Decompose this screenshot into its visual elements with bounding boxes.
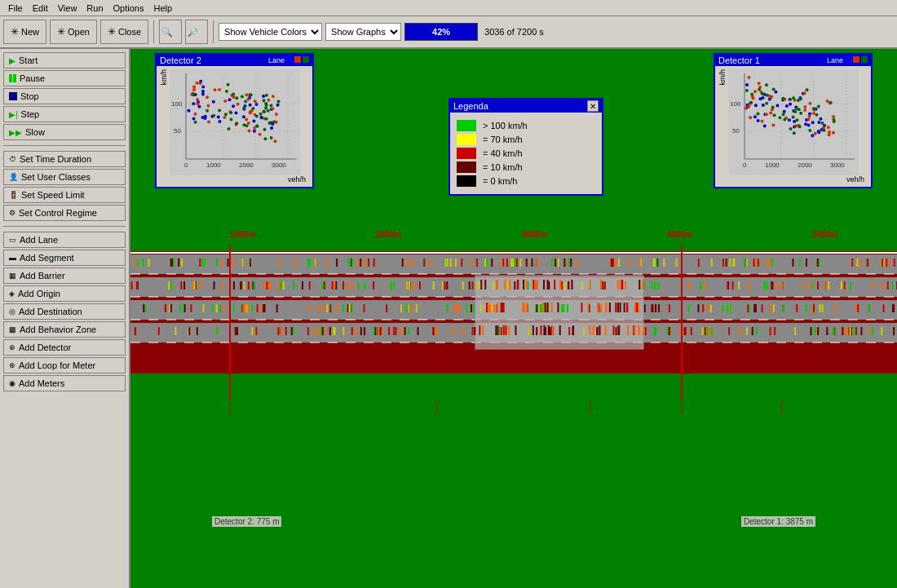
- add-detector-button[interactable]: ⊕ Add Detector: [3, 339, 126, 356]
- add-lane-label: Add Lane: [20, 235, 58, 245]
- lane3-dot: [303, 56, 309, 63]
- speed-icon: 🚦: [9, 191, 18, 199]
- d1-lane2-dot: [853, 56, 859, 63]
- step-button[interactable]: ▶| Step: [3, 106, 126, 122]
- detector1-graph: Detector 1 Lane km/h veh/h: [714, 53, 873, 188]
- menubar: File Edit View Run Options Help: [0, 0, 897, 16]
- legend-label-3: = 40 km/h: [483, 148, 523, 158]
- legend-title: Legenda ✕: [450, 99, 602, 113]
- detector2-x-label: veh/h: [160, 175, 309, 183]
- set-speed-limit-button[interactable]: 🚦 Set Speed Limit: [3, 187, 126, 203]
- legend-color-2: [457, 134, 476, 145]
- start-label: Start: [19, 55, 38, 65]
- detector2-canvas: [170, 69, 300, 175]
- add-behavior-icon: ▩: [9, 325, 16, 334]
- menu-help[interactable]: Help: [148, 2, 177, 15]
- pause-label: Pause: [20, 73, 45, 83]
- detector1-x-label: veh/h: [718, 175, 868, 183]
- divider-1: [3, 145, 126, 146]
- progress-pct: 42%: [432, 27, 450, 37]
- add-meters-label: Add Meters: [19, 378, 64, 388]
- add-lane-button[interactable]: ▭ Add Lane: [3, 232, 126, 248]
- show-vehicle-colors-select[interactable]: Show Vehicle Colors: [219, 23, 322, 41]
- separator-2: [213, 20, 214, 43]
- lane-indicator: Lane: [268, 56, 309, 64]
- menu-run[interactable]: Run: [82, 2, 108, 15]
- add-loop-icon: ⊗: [9, 361, 15, 369]
- start-icon: ▶: [9, 56, 15, 65]
- lane-label: Lane: [268, 56, 285, 64]
- detector2-y-label: km/h: [160, 69, 168, 86]
- control-icon: ⚙: [9, 209, 15, 217]
- close-icon: ✳: [108, 26, 116, 38]
- legend-title-text: Legenda: [453, 101, 488, 111]
- detector1-canvas: [728, 69, 859, 175]
- legend-row-1: > 100 km/h: [457, 120, 595, 131]
- dist-1000: 1000m: [230, 230, 255, 239]
- detector1-y-label: km/h: [718, 69, 727, 86]
- simulation-area: Detector 2 Lane km/h veh/h Detector 1: [130, 49, 897, 588]
- set-control-label: Set Control Regime: [19, 208, 97, 218]
- menu-view[interactable]: View: [53, 2, 82, 15]
- new-icon: ✳: [11, 26, 19, 38]
- detector2-position-label: Detector 2: 775 m: [212, 516, 281, 527]
- lane1-dot: [286, 56, 293, 63]
- add-loop-label: Add Loop for Meter: [19, 360, 95, 370]
- add-segment-button[interactable]: ▬ Add Segment: [3, 250, 126, 266]
- set-time-duration-button[interactable]: ⏱ Set Time Duration: [3, 151, 126, 167]
- legend-box: Legenda ✕ > 100 km/h = 70 km/h = 40 km/h: [448, 98, 603, 196]
- add-barrier-button[interactable]: ▦ Add Barrier: [3, 267, 126, 284]
- open-button[interactable]: ✳ Open: [50, 20, 97, 44]
- detector2-title: Detector 2 Lane: [157, 55, 312, 66]
- step-label: Step: [21, 109, 40, 119]
- zoom-in-button[interactable]: 🔍: [159, 20, 182, 44]
- legend-row-2: = 70 km/h: [457, 134, 595, 145]
- add-meters-icon: ◉: [9, 379, 15, 387]
- menu-file[interactable]: File: [3, 2, 28, 15]
- stop-label: Stop: [20, 91, 39, 101]
- zoom-out-button[interactable]: 🔎: [185, 20, 208, 44]
- pause-button[interactable]: Pause: [3, 70, 126, 86]
- main-layout: ▶ Start Pause Stop ▶| Step ▶▶ Slow ⏱ Set…: [0, 49, 897, 588]
- set-user-classes-button[interactable]: 👤 Set User Classes: [3, 169, 126, 185]
- legend-label-4: = 10 km/h: [483, 162, 523, 172]
- add-behavior-label: Add Behavior Zone: [20, 325, 96, 334]
- add-loop-for-meter-button[interactable]: ⊗ Add Loop for Meter: [3, 357, 126, 374]
- add-behavior-zone-button[interactable]: ▩ Add Behavior Zone: [3, 321, 126, 338]
- legend-color-5: [457, 175, 476, 187]
- add-segment-label: Add Segment: [20, 253, 74, 263]
- d1-lane3-dot: [861, 56, 868, 63]
- legend-color-4: [457, 161, 476, 173]
- menu-options[interactable]: Options: [108, 2, 149, 15]
- open-icon: ✳: [57, 26, 65, 38]
- add-destination-button[interactable]: ◎ Add Destination: [3, 303, 126, 320]
- legend-close-button[interactable]: ✕: [587, 100, 599, 112]
- step-icon: ▶|: [9, 110, 18, 119]
- legend-row-5: = 0 km/h: [457, 175, 595, 187]
- stop-button[interactable]: Stop: [3, 88, 126, 104]
- lane1-indicator: Lane: [827, 56, 868, 64]
- add-detector-label: Add Detector: [19, 343, 71, 352]
- show-graphs-select[interactable]: Show Graphs: [325, 23, 401, 41]
- close-button[interactable]: ✳ Close: [100, 20, 148, 44]
- detector1-title-text: Detector 1: [718, 55, 760, 65]
- new-button[interactable]: ✳ New: [3, 20, 46, 44]
- set-control-regime-button[interactable]: ⚙ Set Control Regime: [3, 205, 126, 221]
- add-lane-icon: ▭: [9, 236, 16, 244]
- menu-edit[interactable]: Edit: [28, 2, 53, 15]
- progress-bar: 42%: [404, 23, 478, 41]
- dist-2000: 2000m: [376, 230, 401, 239]
- add-barrier-label: Add Barrier: [20, 271, 65, 281]
- separator-1: [153, 20, 154, 43]
- dist-3000: 3000m: [521, 230, 546, 239]
- toolbar: ✳ New ✳ Open ✳ Close 🔍 🔎 Show Vehicle Co…: [0, 16, 897, 49]
- legend-label-5: = 0 km/h: [483, 176, 518, 186]
- add-meters-button[interactable]: ◉ Add Meters: [3, 375, 126, 391]
- set-speed-label: Set Speed Limit: [21, 190, 85, 200]
- legend-row-3: = 40 km/h: [457, 148, 595, 159]
- add-origin-button[interactable]: ◈ Add Origin: [3, 285, 126, 302]
- road-canvas: [130, 245, 897, 416]
- start-button[interactable]: ▶ Start: [3, 52, 126, 69]
- user-icon: 👤: [9, 173, 18, 181]
- slow-button[interactable]: ▶▶ Slow: [3, 124, 126, 140]
